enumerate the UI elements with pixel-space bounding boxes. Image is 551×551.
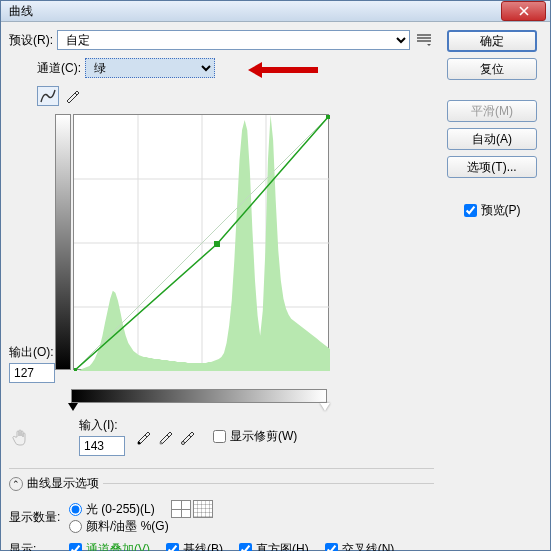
- smooth-button[interactable]: 平滑(M): [447, 100, 537, 122]
- pigment-radio[interactable]: 颜料/油墨 %(G): [69, 518, 434, 535]
- preset-label: 预设(R):: [9, 32, 53, 49]
- baseline-checkbox[interactable]: 基线(B): [166, 541, 223, 551]
- grid-10-icon[interactable]: [193, 500, 213, 518]
- svg-point-10: [138, 441, 141, 444]
- display-options-label: 曲线显示选项: [27, 475, 99, 492]
- preset-menu-icon[interactable]: [414, 31, 434, 49]
- amount-label: 显示数量:: [9, 509, 69, 526]
- auto-button[interactable]: 自动(A): [447, 128, 537, 150]
- curve-graph[interactable]: [73, 114, 329, 370]
- pencil-tool-icon[interactable]: [61, 86, 83, 106]
- preset-select[interactable]: 自定: [57, 30, 410, 50]
- input-gradient[interactable]: [71, 389, 327, 403]
- hand-tool-icon[interactable]: [9, 425, 33, 449]
- input-label: 输入(I):: [79, 417, 125, 434]
- reset-button[interactable]: 复位: [447, 58, 537, 80]
- curves-dialog: 曲线 预设(R): 自定 通道(C): 绿: [0, 0, 551, 551]
- intersection-checkbox[interactable]: 交叉线(N): [325, 541, 395, 551]
- show-clipping-checkbox[interactable]: 显示修剪(W): [213, 428, 297, 445]
- close-button[interactable]: [501, 1, 546, 21]
- output-input[interactable]: [9, 363, 55, 383]
- histogram-checkbox[interactable]: 直方图(H): [239, 541, 309, 551]
- eyedropper-black-icon[interactable]: [133, 427, 153, 447]
- output-label: 输出(O):: [9, 344, 55, 361]
- display-options-toggle[interactable]: ⌃ 曲线显示选项: [9, 475, 434, 492]
- channel-select[interactable]: 绿: [85, 58, 215, 78]
- preview-checkbox[interactable]: 预览(P): [464, 202, 521, 219]
- svg-point-12: [182, 441, 185, 444]
- chevron-up-icon: ⌃: [9, 477, 23, 491]
- input-input[interactable]: [79, 436, 125, 456]
- output-gradient[interactable]: [55, 114, 71, 370]
- svg-point-11: [160, 441, 163, 444]
- eyedropper-white-icon[interactable]: [177, 427, 197, 447]
- window-title: 曲线: [9, 3, 501, 20]
- grid-4-icon[interactable]: [171, 500, 191, 518]
- overlay-checkbox[interactable]: 通道叠加(V): [69, 541, 150, 551]
- svg-rect-9: [326, 115, 330, 119]
- graph-svg: [74, 115, 330, 371]
- titlebar[interactable]: 曲线: [1, 1, 550, 22]
- light-radio[interactable]: 光 (0-255)(L): [69, 501, 155, 518]
- show-label: 显示:: [9, 541, 69, 551]
- eyedropper-gray-icon[interactable]: [155, 427, 175, 447]
- ok-button[interactable]: 确定: [447, 30, 537, 52]
- close-icon: [519, 6, 529, 16]
- channel-label: 通道(C):: [37, 60, 81, 77]
- curve-tool-icon[interactable]: [37, 86, 59, 106]
- svg-rect-8: [214, 241, 220, 247]
- options-button[interactable]: 选项(T)...: [447, 156, 537, 178]
